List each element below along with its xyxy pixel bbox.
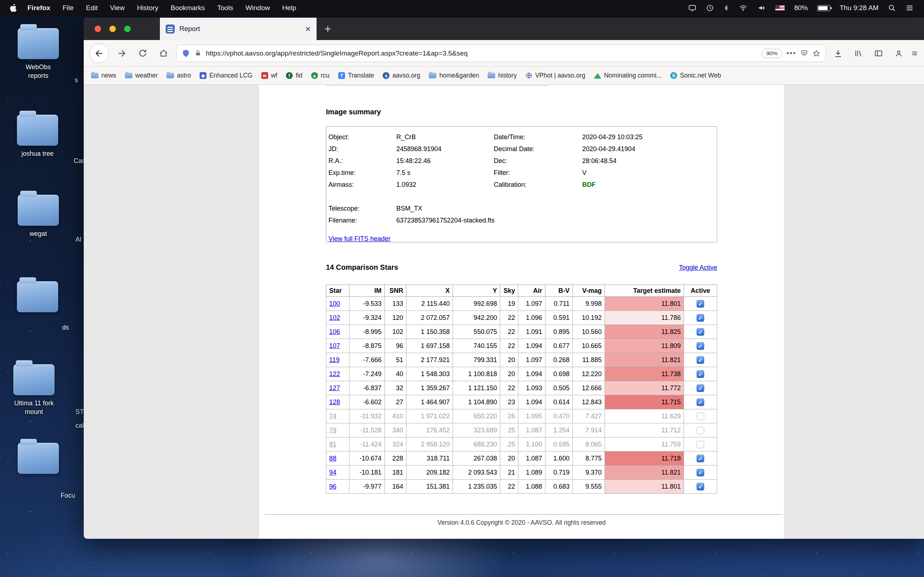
- bookmark-vphot-aavso[interactable]: VPhot | aavso.org: [525, 72, 585, 79]
- active-checkbox[interactable]: [696, 413, 704, 420]
- account-icon[interactable]: [891, 49, 907, 58]
- active-checkbox[interactable]: ✓: [696, 342, 704, 350]
- folder-icon: [18, 28, 59, 59]
- bookmark-history[interactable]: history: [488, 72, 517, 79]
- star-link[interactable]: 81: [329, 441, 336, 448]
- star-link[interactable]: 122: [329, 371, 340, 377]
- star-link[interactable]: 79: [329, 427, 336, 434]
- view-full-fits-header-link[interactable]: View full FITS header: [328, 235, 391, 243]
- bookmark-fid[interactable]: ffid: [286, 72, 302, 79]
- page-actions-icon[interactable]: •••: [787, 49, 796, 57]
- active-checkbox[interactable]: [696, 427, 704, 434]
- bookmark-rcu[interactable]: ▲rcu: [311, 72, 330, 79]
- reload-button[interactable]: [134, 45, 151, 62]
- menu-clock[interactable]: Thu 9:28 AM: [840, 4, 879, 12]
- back-button[interactable]: [89, 44, 109, 63]
- spotlight-icon[interactable]: [888, 4, 896, 12]
- active-checkbox[interactable]: ✓: [696, 300, 704, 308]
- time-machine-icon[interactable]: [706, 4, 714, 12]
- active-checkbox[interactable]: ✓: [696, 371, 704, 378]
- active-checkbox[interactable]: ✓: [696, 384, 704, 392]
- x-cell: 2 177.921: [406, 353, 453, 367]
- star-link[interactable]: 100: [329, 300, 340, 307]
- menu-edit[interactable]: Edit: [86, 4, 98, 12]
- lock-icon[interactable]: [195, 50, 201, 56]
- active-checkbox[interactable]: ✓: [696, 455, 704, 462]
- traffic-light-minimize[interactable]: [109, 26, 116, 32]
- bookmark-nominating[interactable]: Nominating commi...: [594, 72, 662, 79]
- active-checkbox[interactable]: ✓: [696, 328, 704, 336]
- star-link[interactable]: 106: [329, 328, 340, 335]
- desktop-folder-webobs-reports[interactable]: WebObs reports: [10, 28, 67, 80]
- menu-bookmarks[interactable]: Bookmarks: [171, 4, 205, 12]
- hamburger-menu-icon[interactable]: [911, 49, 918, 58]
- bookmark-weather[interactable]: weather: [125, 72, 158, 79]
- pocket-icon[interactable]: [801, 49, 808, 57]
- menu-history[interactable]: History: [137, 4, 158, 12]
- home-button[interactable]: [155, 45, 172, 62]
- wifi-icon[interactable]: [738, 4, 748, 12]
- desktop-folder-wegat[interactable]: wegat: [10, 195, 67, 238]
- tab-close-icon[interactable]: ×: [305, 24, 311, 34]
- sky-cell: 20: [500, 451, 518, 466]
- star-link[interactable]: 119: [329, 356, 340, 364]
- bookmark-astro[interactable]: astro: [166, 72, 191, 79]
- bookmark-sonic[interactable]: SSonic.net Web: [670, 72, 721, 79]
- star-link[interactable]: 127: [329, 384, 340, 392]
- apple-menu-icon[interactable]: [10, 4, 16, 12]
- bookmark-star-icon[interactable]: [813, 49, 821, 57]
- desktop-folder-ultima-11-fork-mount[interactable]: Ultima 11 fork mount: [5, 364, 63, 416]
- star-link[interactable]: 74: [329, 413, 336, 420]
- bookmark-news[interactable]: news: [91, 72, 116, 79]
- bookmark-wf[interactable]: wwf: [261, 72, 278, 79]
- menu-firefox[interactable]: Firefox: [27, 4, 50, 12]
- menu-tools[interactable]: Tools: [217, 4, 233, 12]
- star-link[interactable]: 102: [329, 314, 340, 321]
- active-checkbox[interactable]: ✓: [696, 314, 704, 322]
- url-bar[interactable]: https://vphot.aavso.org/app/restricted/S…: [176, 45, 826, 62]
- new-tab-button[interactable]: +: [317, 18, 339, 40]
- menu-window[interactable]: Window: [246, 4, 270, 12]
- sidebar-icon[interactable]: [871, 49, 887, 58]
- active-checkbox[interactable]: ✓: [696, 469, 704, 476]
- library-icon[interactable]: [850, 49, 866, 58]
- menu-list-icon[interactable]: [905, 4, 914, 12]
- desktop-folder-label: joshua tree: [9, 149, 66, 158]
- tracking-protection-shield-icon[interactable]: [181, 49, 190, 58]
- display-icon[interactable]: [688, 4, 696, 12]
- menu-file[interactable]: File: [63, 4, 74, 12]
- bookmark-translate[interactable]: TTranslate: [338, 72, 374, 79]
- y-cell: 740.155: [453, 339, 500, 353]
- menu-help[interactable]: Help: [282, 4, 296, 12]
- desktop-folder-unlabeled-1[interactable]: [9, 281, 66, 316]
- star-link[interactable]: 94: [329, 469, 336, 476]
- forward-button[interactable]: [113, 45, 130, 62]
- traffic-light-zoom[interactable]: [124, 26, 131, 32]
- bookmark-home-garden[interactable]: home&garden: [429, 72, 479, 79]
- battery-icon[interactable]: [817, 5, 830, 11]
- bookmark-aavso-org[interactable]: aaavso.org: [383, 72, 420, 79]
- desktop-folder-unlabeled-2[interactable]: [10, 443, 67, 477]
- bluetooth-icon[interactable]: [723, 4, 729, 12]
- star-link[interactable]: 96: [329, 483, 336, 490]
- desktop-folder-joshua-tree[interactable]: joshua tree: [9, 115, 66, 158]
- bookmark-enhanced-lcg[interactable]: ◆Enhanced LCG: [200, 72, 253, 79]
- traffic-light-close[interactable]: [95, 26, 101, 32]
- active-checkbox[interactable]: [696, 441, 704, 448]
- target-estimate-cell: 11.772: [605, 381, 684, 395]
- menu-view[interactable]: View: [110, 4, 125, 12]
- zoom-level-badge[interactable]: 90%: [762, 49, 782, 58]
- toggle-active-link[interactable]: Toggle Active: [679, 264, 717, 272]
- volume-icon[interactable]: [757, 4, 766, 12]
- active-checkbox[interactable]: ✓: [696, 483, 704, 490]
- us-flag-icon[interactable]: [775, 5, 785, 11]
- active-checkbox[interactable]: ✓: [696, 356, 704, 364]
- star-link[interactable]: 88: [329, 455, 336, 462]
- star-link[interactable]: 107: [329, 342, 340, 350]
- active-checkbox[interactable]: ✓: [696, 398, 704, 406]
- tab-report[interactable]: Report ×: [160, 18, 317, 40]
- star-link[interactable]: 128: [329, 398, 340, 406]
- snr-cell: 228: [385, 451, 406, 466]
- url-text[interactable]: https://vphot.aavso.org/app/restricted/S…: [206, 49, 757, 57]
- downloads-icon[interactable]: [830, 49, 846, 58]
